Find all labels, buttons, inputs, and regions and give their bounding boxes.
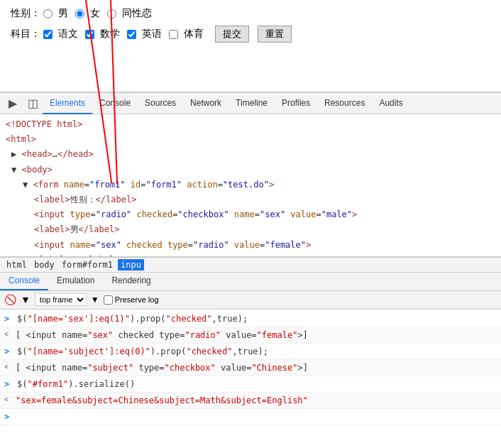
preserve-log-text: Preserve log	[115, 295, 159, 304]
dom-line[interactable]: <label>男</label>	[0, 222, 501, 237]
filter-icon[interactable]: ▼	[21, 294, 31, 305]
console-prompt: >	[4, 345, 14, 358]
console-code: "sex=female&subject=Chinese&subject=Math…	[16, 394, 497, 407]
breadcrumb-body[interactable]: body	[32, 259, 57, 271]
console-code[interactable]: $("[name='sex']:eq(1)").prop("checked",t…	[17, 312, 497, 325]
tab-elements[interactable]: Elements	[43, 93, 92, 114]
frame-selector[interactable]: top frame	[35, 293, 87, 306]
radio-female[interactable]	[75, 9, 84, 18]
tab-timeline[interactable]: Timeline	[229, 93, 275, 114]
label-english: 英语	[142, 28, 162, 40]
breadcrumb-form[interactable]: form#form1	[60, 259, 115, 271]
dom-viewer: <!DOCTYPE html> <html> ▶ <head>…</head> …	[0, 114, 501, 257]
console-line: < [ <input name="subject" type="checkbox…	[0, 360, 501, 376]
cb-chinese[interactable]	[43, 30, 53, 39]
console-line: >	[0, 409, 501, 425]
console-prompt: >	[4, 312, 14, 325]
cb-english[interactable]	[127, 30, 136, 39]
bottom-tab-emulation[interactable]: Emulation	[48, 273, 103, 290]
tab-audits[interactable]: Audits	[372, 93, 409, 114]
subject-checkbox-group: 语文 数学 英语 体育 提交 重置	[43, 26, 292, 43]
label-chinese: 语文	[58, 28, 78, 40]
console-prompt: >	[4, 378, 14, 390]
dom-line[interactable]: <html>	[0, 132, 501, 147]
console-result-icon: <	[4, 361, 13, 372]
breadcrumb: html body form#form1 inpu	[0, 257, 501, 273]
tab-sources[interactable]: Sources	[138, 93, 183, 114]
bottom-tab-rendering[interactable]: Rendering	[103, 273, 159, 290]
gender-radio-group: 男 女 同性恋	[43, 7, 155, 20]
dom-line[interactable]: <input name="sex" checked type="radio" v…	[0, 238, 501, 253]
devtools-panel: ▶ ◫ Elements Console Sources Network Tim…	[0, 92, 501, 448]
console-line: > $("#form1").serialize()	[0, 376, 501, 393]
subject-row: 科目： 语文 数学 英语 体育 提交 重置	[11, 26, 490, 43]
bottom-tab-console[interactable]: Console	[0, 273, 48, 290]
console-code: [ <input name="subject" type="checkbox" …	[16, 361, 497, 374]
inspect-element-button[interactable]: ▶	[3, 94, 23, 114]
console-result-icon: <	[4, 329, 13, 339]
console-line: < [ <input name="sex" checked type="radi…	[0, 327, 501, 344]
dom-line[interactable]: <label>性别：</label>	[0, 192, 501, 207]
cb-pe[interactable]	[169, 30, 178, 39]
label-male: 男	[58, 7, 68, 20]
breadcrumb-html[interactable]: html	[4, 259, 29, 271]
console-prompt: >	[4, 410, 14, 423]
bottom-tabs: Console Emulation Rendering	[0, 273, 501, 291]
subject-label: 科目：	[11, 28, 40, 40]
console-code[interactable]: $("[name='subject']:eq(0)").prop("checke…	[17, 345, 497, 358]
dom-line[interactable]: ▼ <body>	[0, 163, 501, 177]
dom-line[interactable]: ▼ <form name="from1" id="form1" action="…	[0, 177, 501, 192]
page-area: 性别： 男 女 同性恋 科目： 语文 数学 英语 体育 提交 重置	[0, 0, 501, 92]
console-line: > $("[name='subject']:eq(0)").prop("chec…	[0, 344, 501, 360]
preserve-log-checkbox[interactable]	[104, 295, 113, 305]
dom-line[interactable]: ▶ <head>…</head>	[0, 147, 501, 162]
tab-network[interactable]: Network	[183, 93, 229, 114]
submit-button[interactable]: 提交	[215, 26, 249, 43]
console-line: < "sex=female&subject=Chinese&subject=Ma…	[0, 393, 501, 409]
label-math: 数学	[100, 28, 120, 40]
breadcrumb-input[interactable]: inpu	[118, 259, 144, 271]
radio-male[interactable]	[43, 9, 53, 18]
console-result-icon: <	[4, 394, 13, 405]
label-female: 女	[90, 7, 100, 20]
reset-button[interactable]: 重置	[258, 26, 292, 43]
preserve-log-label: Preserve log	[104, 295, 159, 305]
console-input-area[interactable]	[17, 410, 497, 423]
console-toolbar: 🚫 ▼ top frame ▼ Preserve log	[0, 291, 501, 310]
gender-label: 性别：	[11, 7, 40, 20]
device-mode-button[interactable]: ◫	[23, 94, 43, 114]
gender-row: 性别： 男 女 同性恋	[11, 7, 490, 20]
console-code: [ <input name="sex" checked type="radio"…	[16, 329, 497, 342]
label-gay: 同性恋	[122, 7, 152, 20]
tab-resources[interactable]: Resources	[317, 93, 372, 114]
console-code[interactable]: $("#form1").serialize()	[17, 378, 497, 390]
filter-dropdown-icon[interactable]: ▼	[91, 295, 99, 305]
clear-console-icon[interactable]: 🚫	[4, 294, 16, 305]
console-line: > $("[name='sex']:eq(1)").prop("checked"…	[0, 311, 501, 327]
dom-line[interactable]: <input type="radio" checked="checkbox" n…	[0, 207, 501, 222]
tab-profiles[interactable]: Profiles	[275, 93, 317, 114]
label-pe: 体育	[184, 28, 204, 40]
console-output: > $("[name='sex']:eq(1)").prop("checked"…	[0, 310, 501, 449]
dom-line[interactable]: <!DOCTYPE html>	[0, 117, 501, 132]
devtools-tabs-bar: ▶ ◫ Elements Console Sources Network Tim…	[0, 93, 501, 114]
